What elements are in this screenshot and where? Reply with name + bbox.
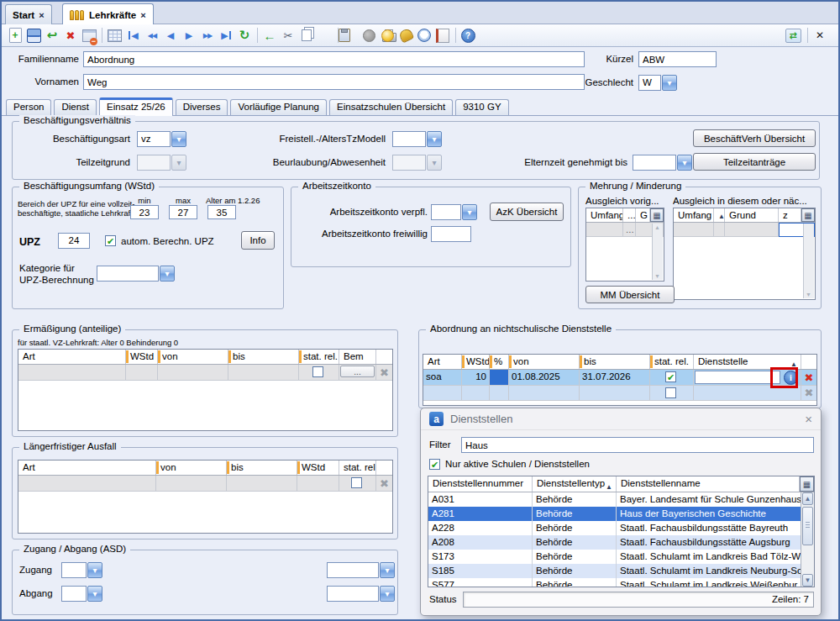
abgang-dropdown-icon[interactable] [87, 586, 102, 602]
familienname-input[interactable] [83, 51, 585, 67]
azk-verpfl-value[interactable] [431, 204, 461, 220]
table-cell[interactable] [18, 365, 126, 381]
von-cell[interactable]: 01.08.2025 [509, 370, 580, 386]
column-header[interactable]: % [490, 355, 509, 369]
dienststelle-row[interactable]: S577BehördeStaatl. Schulamt im Landkreis… [428, 578, 814, 587]
column-header[interactable]: bis [227, 460, 297, 475]
delete-record-icon[interactable] [62, 27, 79, 44]
sort-asc-icon[interactable] [714, 208, 725, 222]
dienststelle-input[interactable] [695, 371, 780, 384]
column-header[interactable]: Bem [339, 350, 376, 364]
tab-diverses[interactable]: Diverses [176, 99, 228, 115]
delete-row-icon[interactable] [801, 386, 816, 401]
hint-icon[interactable] [379, 27, 396, 44]
column-header[interactable]: Grund [725, 208, 779, 222]
table-cell[interactable] [423, 386, 462, 401]
previous-record-icon[interactable] [162, 27, 179, 44]
column-header[interactable]: bis [580, 355, 650, 369]
tab-person[interactable]: Person [6, 99, 51, 115]
notification-icon[interactable] [397, 27, 414, 44]
abgang-detail-dropdown-icon[interactable] [380, 586, 395, 602]
column-header[interactable]: stat. rel. [650, 355, 694, 369]
bis-cell[interactable]: 31.07.2026 [580, 370, 650, 386]
freistell-value[interactable] [392, 131, 426, 147]
table-cell[interactable] [156, 476, 227, 492]
vornamen-input[interactable] [83, 74, 585, 90]
column-header[interactable]: Dienststellentyp [533, 476, 617, 492]
kategorie-dropdown-icon[interactable] [160, 266, 175, 282]
autom-berechn-checkbox[interactable] [105, 235, 116, 246]
stat-rel-checkbox[interactable] [312, 366, 323, 377]
scrollbar-thumb[interactable] [802, 507, 813, 545]
beschaeftigungsart-value[interactable]: vz [137, 131, 171, 147]
cut-icon[interactable] [280, 27, 297, 44]
zugang-value[interactable] [61, 562, 87, 578]
window-tab-lehrkraefte[interactable]: Lehrkräfte × [62, 3, 154, 25]
column-header[interactable]: Dienststellenname [617, 476, 800, 492]
column-header[interactable]: z [779, 208, 801, 222]
column-header[interactable]: WStd [462, 355, 490, 369]
stat-rel-checkbox[interactable] [665, 387, 676, 398]
records-grid-icon[interactable] [106, 27, 123, 44]
freistell-dropdown-icon[interactable] [427, 131, 442, 147]
mm-uebersicht-button[interactable]: MM Übersicht [585, 286, 675, 303]
stat-rel-checkbox[interactable] [351, 477, 362, 488]
paste-icon[interactable] [336, 27, 353, 44]
dialog-titlebar[interactable]: a Dienststellen × [421, 408, 821, 430]
geschlecht-value[interactable]: W [638, 75, 661, 91]
teilzeitantraege-button[interactable]: Teilzeitanträge [693, 153, 816, 171]
save-icon[interactable] [25, 27, 42, 44]
delete-row-icon[interactable] [376, 365, 392, 381]
column-header[interactable]: stat. rel. [299, 350, 339, 364]
close-tab-icon[interactable]: × [140, 10, 145, 20]
column-header[interactable]: Dienststellennummer [428, 476, 533, 492]
column-header[interactable]: bis [228, 350, 299, 364]
tab-einsatz[interactable]: Einsatz 25/26 [99, 97, 173, 116]
dienststelle-row[interactable]: A031BehördeBayer. Landesamt für Schule G… [428, 492, 814, 507]
azk-uebersicht-button[interactable]: AzK Übersicht [490, 203, 564, 221]
dienststelle-row[interactable]: S185BehördeStaatl. Schulamt im Landkreis… [428, 564, 814, 578]
table-cell[interactable] [462, 386, 490, 401]
azk-verpfl-dropdown-icon[interactable] [462, 204, 477, 220]
table-cell[interactable] [580, 386, 650, 401]
delete-row-icon[interactable] [801, 370, 816, 386]
table-cell[interactable] [674, 223, 714, 237]
sync-icon[interactable] [785, 27, 801, 44]
zugang-detail-dropdown-icon[interactable] [380, 562, 395, 578]
bem-detail-button[interactable]: ... [340, 366, 375, 377]
scrollbar[interactable]: ▲ ▼ [652, 224, 663, 280]
column-header[interactable]: von [156, 460, 227, 475]
reminder-icon[interactable] [416, 27, 433, 44]
stat-rel-checkbox[interactable] [665, 371, 676, 382]
column-picker-icon[interactable] [650, 208, 664, 222]
column-header[interactable]: von [509, 355, 580, 369]
help-icon[interactable] [459, 27, 476, 44]
table-cell[interactable] [725, 223, 779, 237]
dienststelle-row[interactable]: S173BehördeStaatl. Schulamt im Landkreis… [428, 550, 814, 564]
abgang-value[interactable] [61, 586, 87, 602]
tab-einsatzschulen-uebersicht[interactable]: Einsatzschulen Übersicht [329, 99, 453, 115]
table-cell[interactable] [714, 223, 725, 237]
column-picker-icon[interactable] [801, 208, 815, 222]
column-header[interactable]: Umfang [586, 208, 623, 222]
dienststelle-row[interactable]: A228BehördeStaatl. Fachausbildungsstätte… [428, 521, 814, 535]
last-record-icon[interactable] [218, 27, 234, 44]
column-header[interactable]: ... [623, 208, 636, 222]
zugang-dropdown-icon[interactable] [87, 562, 102, 578]
navigate-back-icon[interactable] [261, 27, 278, 44]
beschaeftverh-uebersicht-button[interactable]: BeschäftVerh Übersicht [693, 129, 816, 147]
delete-row-icon[interactable] [376, 476, 392, 492]
scroll-down-icon[interactable]: ▼ [802, 574, 813, 587]
column-header[interactable]: Art [423, 355, 462, 369]
sort-asc-icon[interactable] [606, 481, 612, 491]
close-view-icon[interactable] [811, 27, 828, 44]
new-record-icon[interactable] [7, 27, 24, 44]
table-cell[interactable] [158, 365, 228, 381]
refresh-icon[interactable] [236, 27, 253, 44]
column-header[interactable]: Umfang [674, 208, 714, 222]
dialog-close-icon[interactable]: × [805, 412, 812, 426]
undo-icon[interactable] [44, 27, 60, 44]
scroll-up-icon[interactable]: ▲ [802, 492, 813, 505]
dienststelle-row[interactable]: A208BehördeStaatl. Fachausbildungsstätte… [428, 535, 814, 550]
table-cell[interactable] [490, 386, 509, 401]
